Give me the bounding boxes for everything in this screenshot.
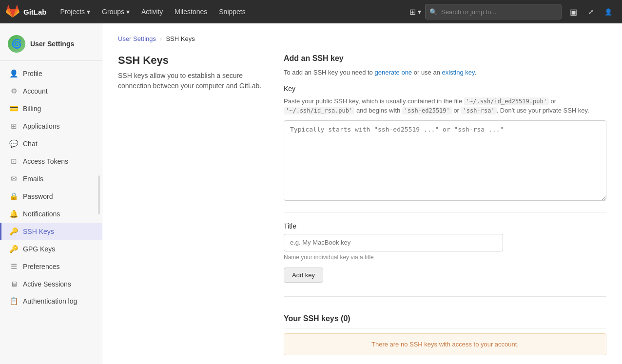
add-ssh-key-section: Add an SSH key To add an SSH key you nee…: [284, 54, 606, 283]
page-wrap: 🌀 User Settings 👤 Profile ⚙ Account 💳 Bi…: [0, 23, 622, 364]
add-key-button[interactable]: Add key: [284, 268, 323, 283]
gpg-key-icon: 🔑: [9, 245, 18, 253]
chevron-down-icon: ▾: [418, 8, 421, 16]
nav-plus-menu[interactable]: ⊞ ▾: [406, 0, 425, 23]
ssh-keys-list-section: Your SSH keys (0) There are no SSH keys …: [284, 314, 606, 355]
account-icon: ⚙: [9, 87, 18, 96]
search-box[interactable]: 🔍: [425, 4, 562, 19]
add-key-intro: To add an SSH key you need to generate o…: [284, 68, 606, 78]
merge-requests-icon[interactable]: ⤢: [583, 4, 599, 19]
page-title: SSH Keys: [118, 54, 264, 67]
chevron-down-icon: ▾: [126, 8, 130, 16]
nav-groups[interactable]: Groups ▾: [96, 0, 136, 23]
left-column: SSH Keys SSH keys allow you to establish…: [118, 54, 264, 105]
avatar: 🌀: [8, 35, 25, 53]
top-navigation: GitLab Projects ▾ Groups ▾ Activity Mile…: [0, 0, 622, 23]
sidebar-toggle-icon[interactable]: ▣: [565, 4, 581, 19]
billing-icon: 💳: [9, 104, 18, 113]
sidebar-item-notifications[interactable]: 🔔 Notifications: [0, 205, 102, 223]
existing-key-link[interactable]: existing key: [442, 69, 475, 76]
plus-square-icon: ⊞: [409, 7, 416, 17]
sidebar-item-emails[interactable]: ✉ Emails: [0, 170, 102, 188]
generate-key-link[interactable]: generate one: [374, 69, 412, 76]
sidebar-item-account[interactable]: ⚙ Account: [0, 82, 102, 100]
sidebar: 🌀 User Settings 👤 Profile ⚙ Account 💳 Bi…: [0, 23, 102, 364]
sidebar-item-chat[interactable]: 💬 Chat: [0, 135, 102, 153]
page-subtitle: SSH keys allow you to establish a secure…: [118, 71, 264, 91]
sessions-icon: 🖥: [9, 280, 18, 288]
chevron-down-icon: ▾: [87, 8, 90, 16]
sidebar-item-billing[interactable]: 💳 Billing: [0, 100, 102, 117]
breadcrumb-parent-link[interactable]: User Settings: [118, 35, 156, 42]
key-label: Key: [284, 85, 606, 93]
sidebar-item-preferences[interactable]: ☰ Preferences: [0, 258, 102, 275]
sidebar-item-gpg-keys[interactable]: 🔑 GPG Keys: [0, 240, 102, 258]
sidebar-user-header: 🌀 User Settings: [0, 29, 102, 61]
applications-icon: ⊞: [9, 122, 18, 131]
notifications-icon: 🔔: [9, 210, 18, 218]
divider: [284, 212, 606, 212]
preferences-icon: ☰: [9, 262, 18, 271]
nav-activity[interactable]: Activity: [136, 0, 169, 23]
nav-projects[interactable]: Projects ▾: [55, 0, 97, 23]
sidebar-item-applications[interactable]: ⊞ Applications: [0, 117, 102, 135]
sidebar-scrollbar[interactable]: [98, 175, 100, 214]
sidebar-item-access-tokens[interactable]: ⊡ Access Tokens: [0, 153, 102, 170]
token-icon: ⊡: [9, 157, 18, 166]
user-icon: 👤: [9, 69, 18, 78]
right-column: Add an SSH key To add an SSH key you nee…: [284, 54, 606, 355]
auth-log-icon: 📋: [9, 297, 18, 306]
search-input[interactable]: [441, 8, 557, 16]
subtitle-text: SSH keys allow you to establish a secure…: [118, 72, 261, 90]
title-hint: Name your individual key via a title: [284, 254, 606, 261]
email-icon: ✉: [9, 174, 18, 183]
key-hint: Paste your public SSH key, which is usua…: [284, 96, 606, 115]
page-layout: SSH Keys SSH keys allow you to establish…: [118, 54, 606, 355]
breadcrumb-separator: ›: [160, 35, 162, 42]
ssh-key-icon: 🔑: [9, 227, 18, 236]
add-ssh-key-heading: Add an SSH key: [284, 54, 606, 63]
ssh-keys-list-heading: Your SSH keys (0): [284, 314, 606, 328]
sidebar-item-active-sessions[interactable]: 🖥 Active Sessions: [0, 275, 102, 292]
title-input[interactable]: [284, 234, 503, 251]
gitlab-logo[interactable]: GitLab: [6, 5, 47, 19]
user-menu-icon[interactable]: 👤: [601, 4, 616, 19]
title-label: Title: [284, 222, 606, 230]
sidebar-username: User Settings: [30, 40, 74, 48]
sidebar-item-password[interactable]: 🔒 Password: [0, 188, 102, 205]
main-content: User Settings › SSH Keys SSH Keys SSH ke…: [102, 23, 622, 364]
breadcrumb: User Settings › SSH Keys: [118, 35, 606, 42]
key-textarea[interactable]: [284, 120, 606, 201]
topnav-icons: ▣ ⤢ 👤: [565, 4, 616, 19]
sidebar-item-profile[interactable]: 👤 Profile: [0, 65, 102, 82]
gitlab-flame-icon: [6, 5, 19, 19]
nav-snippets[interactable]: Snippets: [213, 0, 251, 23]
sidebar-nav: 👤 Profile ⚙ Account 💳 Billing ⊞ Applicat…: [0, 65, 102, 310]
gitlab-wordmark: GitLab: [23, 8, 47, 16]
breadcrumb-current: SSH Keys: [166, 35, 194, 42]
chat-icon: 💬: [9, 139, 18, 148]
sidebar-item-authentication-log[interactable]: 📋 Authentication log: [0, 292, 102, 310]
no-keys-message: There are no SSH keys with access to you…: [284, 333, 606, 355]
password-icon: 🔒: [9, 192, 18, 201]
search-icon: 🔍: [429, 8, 437, 16]
section-divider-2: [284, 296, 606, 297]
nav-milestones[interactable]: Milestones: [169, 0, 213, 23]
sidebar-item-ssh-keys[interactable]: 🔑 SSH Keys: [0, 223, 102, 240]
